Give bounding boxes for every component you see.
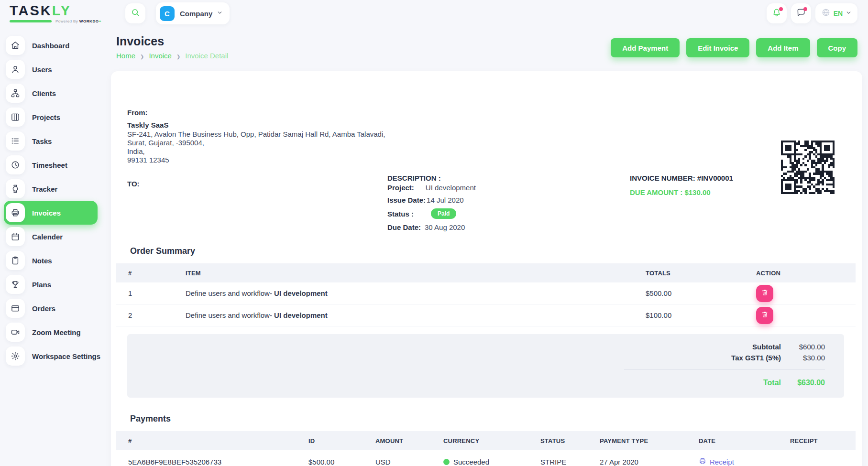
sidebar-item-label: Dashboard bbox=[32, 42, 69, 50]
sidebar-item-timesheet[interactable]: Timesheet bbox=[0, 153, 108, 177]
order-summary-table: # ITEM TOTALS ACTION 1 Define users and … bbox=[116, 263, 856, 326]
sidebar-item-label: Projects bbox=[32, 113, 60, 121]
sidebar-item-tasks[interactable]: Tasks bbox=[0, 129, 108, 153]
copy-button[interactable]: Copy bbox=[817, 38, 858, 57]
add-item-button[interactable]: Add Item bbox=[756, 38, 810, 57]
sidebar-item-orders[interactable]: Orders bbox=[0, 296, 108, 320]
globe-icon bbox=[821, 8, 831, 19]
company-selector[interactable]: C Company bbox=[156, 2, 230, 24]
breadcrumb-home[interactable]: Home bbox=[116, 52, 135, 60]
project-value: UI development bbox=[426, 184, 476, 192]
sidebar-item-users[interactable]: Users bbox=[0, 57, 108, 81]
receipt-link[interactable]: Receipt bbox=[699, 457, 778, 466]
sidebar-item-dashboard[interactable]: Dashboard bbox=[0, 33, 108, 57]
subtotal-label: Subtotal bbox=[752, 343, 781, 351]
sidebar-item-label: Calender bbox=[32, 233, 63, 241]
payment-date-cell: 27 Apr 2020 bbox=[588, 458, 687, 466]
sidebar-item-label: Timesheet bbox=[32, 161, 67, 169]
company-avatar: C bbox=[160, 6, 175, 21]
search-button[interactable] bbox=[125, 3, 145, 23]
payment-id-cell: $500.00 bbox=[297, 458, 363, 466]
chevron-down-icon bbox=[217, 9, 223, 18]
breadcrumb-separator bbox=[140, 52, 144, 60]
table-row: 1 Define users and workflow- UI developm… bbox=[116, 282, 856, 304]
order-summary-title: Order Summary bbox=[127, 246, 848, 256]
sidebar-item-projects[interactable]: Projects bbox=[0, 105, 108, 129]
due-date-value: 30 Aug 2020 bbox=[425, 223, 465, 231]
row-number: 1 bbox=[116, 289, 174, 297]
total-label: Total bbox=[763, 379, 781, 387]
item-cell: Define users and workflow- UI developmen… bbox=[174, 289, 634, 297]
column-header: CURRENCY bbox=[431, 437, 528, 444]
description-label: DESCRIPTION : bbox=[387, 174, 476, 182]
sidebar-item-zoom-meeting[interactable]: Zoom Meeting bbox=[0, 320, 108, 344]
topbar: TASKLY Powered By WORKDO+ C Company bbox=[0, 0, 868, 27]
subtotal-value: $600.00 bbox=[781, 343, 825, 351]
notification-dot bbox=[779, 7, 783, 11]
logo-text: TASKLY bbox=[10, 4, 108, 18]
total-value: $630.00 bbox=[781, 379, 825, 387]
totals-summary-box: Subtotal $600.00 Tax GST1 (5%) $30.00 To… bbox=[127, 334, 844, 398]
delete-item-button[interactable] bbox=[756, 285, 773, 302]
from-address-line: Surat, Gujarat, -395004, bbox=[127, 139, 848, 147]
column-header: AMOUNT bbox=[363, 437, 431, 444]
total-cell: $500.00 bbox=[634, 289, 744, 297]
tax-value: $30.00 bbox=[781, 354, 825, 362]
status-badge: Paid bbox=[431, 208, 456, 219]
sitemap-icon bbox=[6, 84, 25, 103]
message-dot bbox=[803, 7, 807, 11]
succeeded-dot-icon bbox=[443, 459, 450, 465]
sidebar-item-notes[interactable]: Notes bbox=[0, 249, 108, 272]
invoice-card: From: Taskly SaaS SF-241, Avalon The Bus… bbox=[111, 71, 862, 466]
video-icon bbox=[6, 323, 25, 342]
sidebar-item-label: Clients bbox=[32, 89, 56, 98]
sidebar-item-label: Plans bbox=[32, 281, 51, 289]
sidebar-item-calender[interactable]: Calender bbox=[0, 225, 108, 249]
invoice-number: INVOICE NUMBER: #INV00001 bbox=[630, 174, 733, 182]
issue-date-label: Issue Date: bbox=[387, 196, 426, 204]
from-address-line: SF-241, Avalon The Business Hub, Opp, Pa… bbox=[127, 130, 848, 139]
column-header: TOTALS bbox=[634, 270, 744, 277]
from-address-line: 99131 12345 bbox=[127, 156, 848, 164]
column-header: DATE bbox=[687, 437, 778, 444]
logo-underline bbox=[10, 20, 52, 22]
invoice-number-block: INVOICE NUMBER: #INV00001 DUE AMOUNT : $… bbox=[630, 174, 733, 196]
trash-icon bbox=[761, 311, 769, 320]
payments-title: Payments bbox=[127, 414, 848, 424]
due-amount: DUE AMOUNT : $130.00 bbox=[630, 188, 733, 196]
payment-ref: 5EA6B6F9E8BEF535206733 bbox=[116, 458, 297, 466]
sidebar-item-invoices[interactable]: Invoices bbox=[4, 201, 98, 225]
messages-button[interactable] bbox=[791, 3, 811, 23]
trash-icon bbox=[761, 289, 769, 298]
from-company-name: Taskly SaaS bbox=[127, 121, 848, 129]
language-selector[interactable]: EN bbox=[815, 3, 857, 23]
sidebar-item-plans[interactable]: Plans bbox=[0, 272, 108, 296]
column-header: # bbox=[116, 437, 297, 444]
edit-invoice-button[interactable]: Edit Invoice bbox=[686, 38, 749, 57]
breadcrumb-separator bbox=[176, 52, 180, 60]
add-payment-button[interactable]: Add Payment bbox=[611, 38, 680, 57]
summary-divider bbox=[624, 369, 825, 370]
project-label: Project: bbox=[387, 184, 414, 192]
watch-icon bbox=[6, 179, 25, 198]
delete-item-button[interactable] bbox=[756, 307, 773, 324]
printer-icon bbox=[699, 457, 706, 466]
sidebar-item-tracker[interactable]: Tracker bbox=[0, 177, 108, 201]
breadcrumb-current: Invoice Detail bbox=[185, 52, 228, 60]
language-label: EN bbox=[834, 10, 843, 17]
from-address-line: India, bbox=[127, 147, 848, 156]
sidebar-item-label: Zoom Meeting bbox=[32, 328, 81, 336]
clock-icon bbox=[6, 155, 25, 174]
printer-icon bbox=[6, 203, 25, 222]
app-logo[interactable]: TASKLY Powered By WORKDO+ bbox=[0, 4, 108, 23]
notifications-button[interactable] bbox=[767, 3, 787, 23]
trophy-icon bbox=[6, 275, 25, 294]
sidebar-item-clients[interactable]: Clients bbox=[0, 81, 108, 105]
page-title: Invoices bbox=[116, 34, 228, 48]
sidebar-item-label: Orders bbox=[32, 304, 55, 313]
breadcrumb-invoice[interactable]: Invoice bbox=[149, 52, 172, 60]
tax-label: Tax GST1 (5%) bbox=[731, 354, 781, 362]
column-header: # bbox=[116, 270, 174, 277]
item-cell: Define users and workflow- UI developmen… bbox=[174, 311, 634, 319]
sidebar-item-workspace-settings[interactable]: Workspace Settings bbox=[0, 344, 108, 368]
